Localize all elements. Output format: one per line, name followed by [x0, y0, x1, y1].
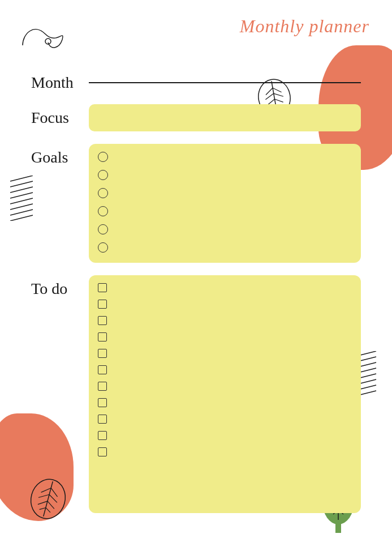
- goals-checkbox-4[interactable]: [98, 206, 108, 216]
- todo-checkbox-11[interactable]: [98, 447, 107, 456]
- goals-row: Goals: [31, 144, 361, 263]
- todo-checkbox-1[interactable]: [98, 283, 107, 292]
- todo-checkbox-10[interactable]: [98, 431, 107, 440]
- svg-line-5: [10, 198, 33, 204]
- goals-item-2: [98, 170, 352, 180]
- svg-line-6: [10, 204, 33, 210]
- page-title: Monthly planner: [240, 16, 369, 37]
- todo-item-4: [98, 332, 352, 341]
- todo-item-9: [98, 415, 352, 424]
- month-input-line[interactable]: [89, 82, 361, 83]
- goals-checkbox-3[interactable]: [98, 188, 108, 198]
- todo-item-3: [98, 316, 352, 325]
- goals-checkbox-6[interactable]: [98, 242, 108, 253]
- goals-checkbox-5[interactable]: [98, 224, 108, 234]
- todo-checkbox-8[interactable]: [98, 398, 107, 407]
- todo-item-5: [98, 349, 352, 358]
- goals-item-4: [98, 206, 352, 216]
- svg-line-2: [10, 181, 33, 187]
- focus-label: Focus: [31, 109, 82, 127]
- todo-checkbox-2[interactable]: [98, 300, 107, 309]
- doodle-top-left: [17, 17, 74, 59]
- month-row: Month: [31, 74, 361, 92]
- goals-item-6: [98, 242, 352, 253]
- planner-page: Monthly planner Month Focus Goals: [0, 0, 392, 555]
- todo-item-8: [98, 398, 352, 407]
- todo-checkbox-9[interactable]: [98, 415, 107, 424]
- todo-item-2: [98, 300, 352, 309]
- month-label: Month: [31, 74, 82, 92]
- goals-item-5: [98, 224, 352, 234]
- svg-line-7: [10, 210, 33, 215]
- todo-row: To do: [31, 275, 361, 513]
- goals-label: Goals: [31, 144, 82, 166]
- todo-item-11: [98, 447, 352, 456]
- goals-checkbox-2[interactable]: [98, 170, 108, 180]
- svg-line-8: [10, 215, 33, 221]
- todo-item-1: [98, 283, 352, 292]
- todo-item-10: [98, 431, 352, 440]
- todo-label: To do: [31, 275, 82, 298]
- todo-checkbox-3[interactable]: [98, 316, 107, 325]
- goals-checkbox-1[interactable]: [98, 152, 108, 162]
- todo-input-box[interactable]: [89, 275, 361, 513]
- goals-input-box[interactable]: [89, 144, 361, 263]
- todo-item-6: [98, 365, 352, 374]
- svg-line-3: [10, 187, 33, 193]
- focus-input-box[interactable]: [89, 104, 361, 131]
- goals-item-3: [98, 188, 352, 198]
- svg-rect-38: [335, 522, 341, 533]
- focus-row: Focus: [31, 104, 361, 131]
- todo-checkbox-5[interactable]: [98, 349, 107, 358]
- todo-checkbox-7[interactable]: [98, 382, 107, 391]
- todo-checkbox-4[interactable]: [98, 332, 107, 341]
- todo-item-7: [98, 382, 352, 391]
- svg-line-4: [10, 193, 33, 198]
- goals-item-1: [98, 152, 352, 162]
- todo-checkbox-6[interactable]: [98, 365, 107, 374]
- svg-line-1: [10, 176, 33, 181]
- planner-content: Month Focus Goals: [31, 74, 361, 513]
